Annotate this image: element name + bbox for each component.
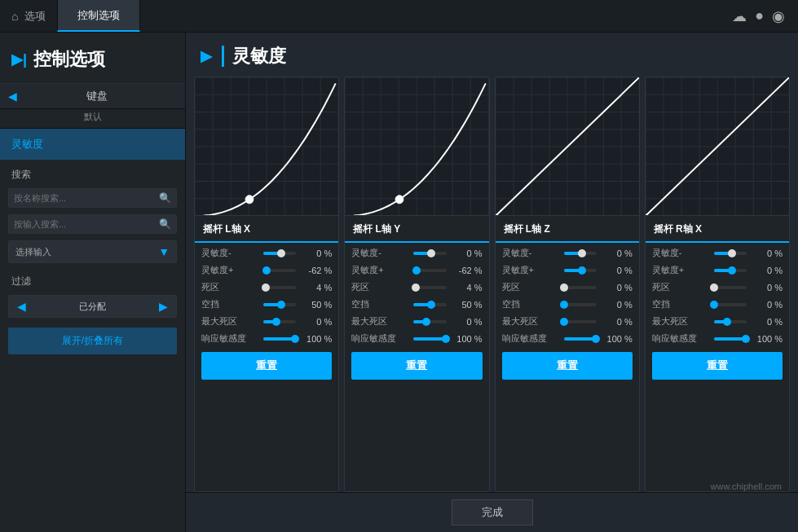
cloud-icon[interactable]: ☁ bbox=[732, 7, 747, 25]
row-value-stick-ly-2: 4 % bbox=[453, 283, 483, 292]
slider-thumb-stick-lz-1[interactable] bbox=[578, 266, 586, 275]
slider-track-stick-lx-3[interactable] bbox=[263, 303, 296, 306]
row-label-stick-rx-4: 最大死区 bbox=[652, 315, 708, 328]
slider-track-stick-ly-5[interactable] bbox=[413, 337, 446, 341]
slider-thumb-stick-lx-5[interactable] bbox=[291, 335, 299, 343]
card-row-stick-lz-1: 灵敏度+0 % bbox=[496, 262, 639, 279]
card-row-stick-lz-5: 响应敏感度100 % bbox=[496, 330, 639, 347]
slider-track-stick-rx-5[interactable] bbox=[714, 337, 747, 341]
slider-track-stick-lz-4[interactable] bbox=[564, 320, 597, 323]
reset-button-stick-lx[interactable]: 重置 bbox=[201, 352, 332, 380]
row-label-stick-ly-1: 灵敏度+ bbox=[351, 264, 407, 276]
slider-thumb-stick-rx-3[interactable] bbox=[710, 301, 718, 309]
reset-button-stick-rx[interactable]: 重置 bbox=[652, 352, 783, 380]
slider-track-stick-lx-1[interactable] bbox=[263, 269, 296, 272]
slider-thumb-stick-rx-1[interactable] bbox=[728, 266, 736, 275]
slider-thumb-stick-ly-5[interactable] bbox=[442, 335, 450, 343]
row-value-stick-lz-1: 0 % bbox=[603, 266, 633, 275]
slider-thumb-stick-rx-4[interactable] bbox=[723, 318, 731, 326]
slider-track-stick-lx-5[interactable] bbox=[263, 337, 296, 341]
row-value-stick-lx-2: 4 % bbox=[302, 283, 332, 292]
slider-thumb-stick-rx-0[interactable] bbox=[728, 249, 736, 257]
slider-track-stick-lz-1[interactable] bbox=[564, 269, 597, 272]
slider-track-stick-lx-0[interactable] bbox=[263, 252, 296, 255]
row-value-stick-lx-0: 0 % bbox=[302, 248, 332, 258]
input-select[interactable]: 选择输入 ▼ bbox=[8, 240, 177, 263]
slider-thumb-stick-lz-0[interactable] bbox=[578, 249, 586, 257]
slider-track-stick-ly-0[interactable] bbox=[413, 252, 446, 255]
slider-track-stick-rx-0[interactable] bbox=[714, 252, 747, 255]
slider-thumb-stick-lx-3[interactable] bbox=[277, 301, 285, 309]
slider-thumb-stick-ly-0[interactable] bbox=[427, 249, 435, 257]
reset-button-stick-ly[interactable]: 重置 bbox=[351, 352, 482, 380]
slider-track-stick-rx-2[interactable] bbox=[714, 286, 747, 289]
expand-all-btn[interactable]: 展开/折叠所有 bbox=[8, 328, 177, 354]
slider-thumb-stick-lz-2[interactable] bbox=[560, 284, 568, 292]
slider-thumb-stick-ly-2[interactable] bbox=[412, 284, 420, 292]
sidebar-preset: ◀ 键盘 bbox=[0, 84, 185, 109]
search-by-name[interactable]: 🔍 bbox=[8, 188, 177, 208]
card-row-stick-rx-5: 响应敏感度100 % bbox=[646, 330, 789, 347]
slider-track-stick-rx-1[interactable] bbox=[714, 269, 747, 272]
slider-thumb-stick-ly-3[interactable] bbox=[427, 301, 435, 309]
home-icon[interactable]: ⌂ bbox=[11, 10, 18, 23]
active-tab[interactable]: 控制选项 bbox=[57, 0, 140, 32]
slider-track-stick-ly-2[interactable] bbox=[413, 286, 446, 289]
slider-thumb-stick-lx-2[interactable] bbox=[262, 284, 270, 292]
done-button[interactable]: 完成 bbox=[452, 499, 533, 525]
content-title: 灵敏度 bbox=[232, 44, 286, 68]
slider-track-stick-lz-5[interactable] bbox=[564, 337, 597, 341]
sidebar-nav-sensitivity[interactable]: 灵敏度 bbox=[0, 129, 185, 160]
sidebar-title: ▶| 控制选项 bbox=[0, 33, 185, 84]
profile-icon[interactable]: ● bbox=[755, 7, 764, 24]
slider-track-stick-lz-3[interactable] bbox=[564, 303, 597, 306]
user-icon[interactable]: ◉ bbox=[772, 7, 785, 25]
slider-track-stick-lz-2[interactable] bbox=[564, 286, 597, 289]
row-label-stick-lz-4: 最大死区 bbox=[502, 315, 558, 328]
search-input-field[interactable] bbox=[14, 219, 159, 229]
slider-track-stick-ly-1[interactable] bbox=[413, 269, 446, 272]
row-value-stick-lx-4: 0 % bbox=[302, 317, 332, 327]
row-label-stick-lz-1: 灵敏度+ bbox=[502, 264, 558, 276]
card-row-stick-lz-3: 空挡0 % bbox=[496, 296, 639, 313]
top-bar: ⌂ 选项 控制选项 ☁ ● ◉ bbox=[0, 0, 798, 33]
row-value-stick-rx-2: 0 % bbox=[753, 283, 783, 292]
slider-thumb-stick-lx-1[interactable] bbox=[262, 266, 271, 275]
filter-prev-btn[interactable]: ◀ bbox=[9, 296, 34, 317]
row-value-stick-lz-2: 0 % bbox=[603, 283, 633, 292]
card-title-stick-ly: 摇杆 L轴 Y bbox=[345, 216, 488, 243]
slider-track-stick-lx-2[interactable] bbox=[263, 286, 296, 289]
slider-track-stick-lz-0[interactable] bbox=[564, 252, 597, 255]
row-label-stick-lz-3: 空挡 bbox=[502, 298, 558, 310]
row-value-stick-rx-4: 0 % bbox=[753, 317, 783, 327]
sidebar-arrow-icon: ▶| bbox=[11, 51, 27, 68]
search-section-label: 搜索 bbox=[0, 160, 185, 185]
row-value-stick-rx-1: 0 % bbox=[753, 266, 783, 275]
preset-back-btn[interactable]: ◀ bbox=[8, 90, 17, 103]
search-by-input[interactable]: 🔍 bbox=[8, 214, 177, 234]
slider-thumb-stick-lx-0[interactable] bbox=[277, 249, 285, 257]
slider-track-stick-rx-4[interactable] bbox=[714, 320, 747, 323]
content-header: ▶ 灵敏度 bbox=[186, 33, 798, 77]
slider-track-stick-ly-4[interactable] bbox=[413, 320, 446, 323]
slider-thumb-stick-rx-5[interactable] bbox=[742, 335, 750, 343]
slider-thumb-stick-lx-4[interactable] bbox=[272, 318, 280, 326]
slider-thumb-stick-ly-4[interactable] bbox=[422, 318, 430, 326]
filter-center-label: 已分配 bbox=[34, 301, 151, 313]
slider-thumb-stick-lz-5[interactable] bbox=[592, 335, 600, 343]
filter-next-btn[interactable]: ▶ bbox=[151, 296, 176, 317]
row-value-stick-lz-4: 0 % bbox=[603, 317, 633, 327]
sidebar-title-text: 控制选项 bbox=[33, 47, 105, 72]
row-value-stick-lx-1: -62 % bbox=[302, 266, 332, 275]
search-name-input[interactable] bbox=[14, 193, 159, 203]
slider-track-stick-rx-3[interactable] bbox=[714, 303, 747, 306]
slider-track-stick-lx-4[interactable] bbox=[263, 320, 296, 323]
slider-thumb-stick-lz-4[interactable] bbox=[560, 318, 568, 326]
slider-thumb-stick-rx-2[interactable] bbox=[710, 284, 718, 292]
slider-thumb-stick-lz-3[interactable] bbox=[560, 301, 568, 309]
reset-button-stick-lz[interactable]: 重置 bbox=[502, 352, 633, 380]
slider-thumb-stick-ly-1[interactable] bbox=[412, 266, 421, 275]
row-label-stick-lx-4: 最大死区 bbox=[201, 315, 257, 328]
row-label-stick-rx-5: 响应敏感度 bbox=[652, 332, 708, 345]
slider-track-stick-ly-3[interactable] bbox=[413, 303, 446, 306]
